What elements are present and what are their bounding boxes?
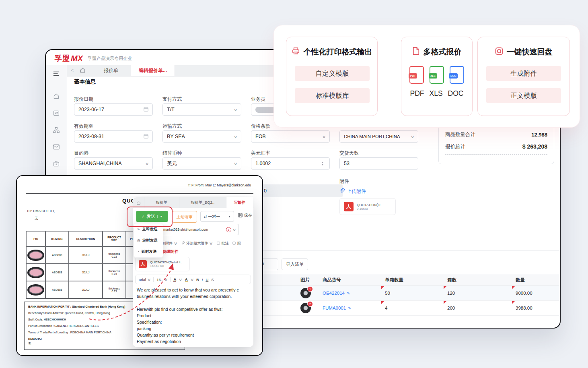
feature-card-print: 个性化打印格式输出 自定义模版 标准模版库 [286, 37, 378, 116]
menu-item-send-scheduled[interactable]: ◷定时发送 [134, 235, 163, 246]
col-boxes: 箱数 [443, 274, 512, 285]
generate-attachment-button[interactable]: 生成附件 [486, 66, 561, 81]
send-dropdown-arrow[interactable]: ▼ [157, 215, 162, 218]
page: 孚盟MX 孚盟产品演示专用企业 < 报价单 编辑报价单... 基本信息 报价日期… [0, 0, 588, 368]
brand-logo: 孚盟 [55, 54, 70, 63]
doc-to-sub: 无 [35, 216, 38, 221]
valid-until-label: 有效期至 [74, 123, 93, 130]
edit-icon[interactable]: ✎ [348, 306, 351, 310]
payment-label: 支付方式 [162, 96, 182, 103]
currency-select[interactable]: 美元∨ [162, 157, 241, 170]
delivery-days-input[interactable]: 53 [339, 157, 418, 170]
recipient-field[interactable]: market029.sh@fumasoft.com 1 ∨ [160, 224, 239, 235]
brand-logo-mx: MX [71, 54, 83, 63]
sidebar-home-icon[interactable] [46, 89, 67, 103]
loading-port-select[interactable]: CHINA MAIN PORT,CHINA∨ [339, 130, 418, 143]
valid-until-field[interactable]: 2023-08-31 [74, 130, 153, 143]
text-color-button[interactable]: A [173, 277, 176, 282]
price-terms-label: 价格条款 [251, 123, 270, 130]
chevron-down-icon: ∨ [233, 161, 237, 166]
table-row[interactable]: 2 FUMA0001✎ 4 200 3988.00 [261, 301, 560, 316]
body-template-button[interactable]: 正文模版 [486, 88, 561, 103]
font-select[interactable]: arial∨ [139, 277, 150, 282]
section-title: 基本信息 [74, 78, 96, 85]
email-tab-compose[interactable]: 写邮件 [226, 197, 253, 208]
bold-button[interactable]: B [196, 277, 199, 282]
annotate-link[interactable]: 批注 [222, 241, 229, 246]
email-body[interactable]: We are pleased to get to konw that you a… [137, 287, 250, 345]
feature-panel: 个性化打印格式输出 自定义模版 标准模版库 多格式报价 PDF XLS DOC … [273, 25, 580, 128]
doc-to-line: TO: UMA CO LTD, [27, 209, 55, 213]
strike-button[interactable]: S [211, 277, 214, 282]
col-qty: 数量 [512, 274, 560, 285]
import-list-button[interactable]: 导入清单 [282, 258, 308, 270]
email-tab-quote[interactable]: 报价单 [144, 197, 179, 208]
quotation-attachment-card[interactable]: 人 QUOTATION(O.. 0.16MB [339, 198, 396, 215]
calendar-icon [144, 134, 148, 140]
send-button[interactable]: ✓ 发送 ▼ [136, 211, 168, 222]
mode-select[interactable]: ⇄ 一对一 ▼ [200, 211, 234, 222]
save-button[interactable]: 保存 [238, 213, 252, 218]
usd-rate-label: 美元汇率 [251, 150, 270, 157]
highlight-color-button[interactable]: A [185, 277, 188, 282]
salesman-label: 业务员 [251, 96, 265, 103]
product-code-link[interactable]: OE422014 [323, 291, 345, 296]
email-tab-quote-sq2[interactable]: 报价单_SQ2.. [179, 197, 226, 208]
request-review-button[interactable]: 主动请审 [172, 211, 197, 223]
calendar-icon [144, 107, 148, 113]
editor-toolbar: arial∨ 16..∨ A∨ A∨ B I U S [135, 275, 251, 284]
tab-quote-list[interactable]: 报价单 [91, 65, 132, 76]
table-row[interactable]: 1 OE422014✎ 50 120 9000.00 [261, 286, 560, 301]
transport-label: 运输方式 [162, 123, 182, 130]
transport-select[interactable]: BY SEA∨ [162, 130, 241, 143]
sidebar-package-icon[interactable] [46, 157, 67, 171]
company-name: 孚盟产品演示专用企业 [88, 56, 132, 62]
price-terms-select[interactable]: FOB∨ [251, 130, 330, 143]
menu-icon[interactable] [46, 67, 67, 81]
product-code-link[interactable]: FUMA0001 [323, 306, 346, 310]
chevron-down-icon: ∨ [322, 134, 326, 139]
email-attachment-card[interactable]: 人 QUOTATION(Detail li.. 162.63 KB [135, 257, 190, 271]
quote-summary-box: 商品数量合计 12,988 报价总计 $ 263,208 [438, 125, 554, 164]
follow-link[interactable]: 跟 [237, 241, 241, 246]
edit-icon[interactable]: ✎ [347, 291, 350, 296]
dest-port-select[interactable]: SHANGHAI,CHINA∨ [74, 157, 153, 170]
dest-port-label: 目的港 [74, 150, 88, 157]
col-pic: 图片 [296, 274, 319, 285]
usd-rate-input[interactable]: 1.0002 ▲▼ [251, 157, 330, 170]
standard-template-button[interactable]: 标准模版库 [295, 88, 370, 103]
send-options-menu: ➣立即发送 ◷定时发送 ◔延时发送 [134, 223, 163, 258]
italic-button[interactable]: I [202, 277, 203, 282]
home-icon[interactable] [80, 67, 86, 75]
quote-date-field[interactable]: 2023-06-17 [74, 103, 153, 116]
sidebar-orgchart-icon[interactable] [46, 123, 67, 137]
payment-select[interactable]: T/T∨ [162, 103, 241, 116]
col-code: 商品货号 [319, 274, 381, 285]
doc-from-line: T: F: From: May E: Mayers@clarkson.edu [188, 183, 251, 187]
recipient-count-badge: 1 [226, 227, 231, 232]
upload-attachment-link[interactable]: 上传附件 [339, 188, 366, 195]
email-tabbar: 报价单 报价单_SQ2.. 写邮件 [133, 197, 253, 208]
custom-template-button[interactable]: 自定义模版 [295, 66, 370, 81]
add-attachment-link[interactable]: 加附件 [162, 241, 173, 246]
underline-button[interactable]: U [206, 277, 208, 282]
back-chevron-icon[interactable]: < [71, 68, 74, 73]
pdf-file-icon: 人 [139, 260, 147, 268]
doc-product-image [27, 267, 44, 278]
hide-attachment-link[interactable]: 隐藏附件 [163, 249, 179, 254]
product-table: 图片 商品货号 单箱数量 箱数 数量 1 OE422014✎ 50 120 90… [261, 274, 560, 316]
chevron-down-icon: ∨ [145, 161, 149, 166]
sidebar-contacts-icon[interactable] [46, 106, 67, 120]
chevron-down-icon: ∨ [233, 108, 237, 112]
email-tab-home[interactable] [133, 197, 144, 208]
menu-item-send-now[interactable]: ➣立即发送 [134, 223, 163, 235]
menu-item-send-delayed[interactable]: ◔延时发送 [134, 246, 163, 257]
add-large-attachment-link[interactable]: 添加超大附件 [186, 241, 208, 246]
follow-icon [232, 242, 236, 246]
sidebar-mail-icon[interactable] [46, 140, 67, 154]
font-size-select[interactable]: 16..∨ [156, 277, 167, 282]
tab-edit-quote[interactable]: 编辑报价单... [131, 65, 175, 76]
number-spinner[interactable]: ▲▼ [320, 159, 325, 167]
paperclip-icon [339, 188, 345, 195]
product-thumb: 2 [300, 303, 311, 313]
